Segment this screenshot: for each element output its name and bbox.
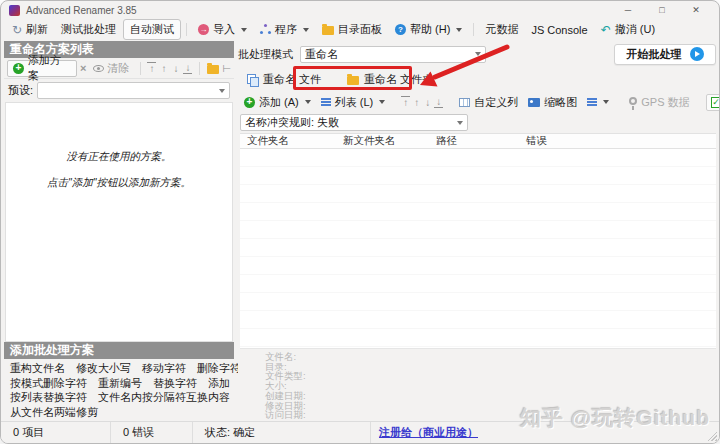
auto-test-toggle[interactable]: 自动测试 <box>123 19 181 40</box>
move-up-icon[interactable]: ↑ <box>412 97 421 108</box>
batch-mode-label: 批处理模式 <box>238 47 300 62</box>
method-link[interactable]: 重新编号 <box>98 377 142 389</box>
minimize-button[interactable]: ─ <box>611 1 645 19</box>
eye-icon <box>93 65 104 72</box>
separator <box>140 62 141 75</box>
import-button[interactable]: → 导入 <box>192 20 253 39</box>
checkbox-checked-icon: ✓ <box>711 97 720 108</box>
statusbar: 0 项目 0 错误 状态: 确定 注册给（商业用途） <box>1 421 719 443</box>
move-top-icon[interactable]: ↑ <box>401 96 410 108</box>
info-label: 修改日期: <box>265 401 716 411</box>
name-conflict-combobox[interactable]: 名称冲突规则: 失败 <box>240 114 468 131</box>
pair-renaming-toggle[interactable]: ✓ Pair renaming <box>706 94 720 111</box>
window-controls: ─ □ ✕ <box>611 1 713 19</box>
metadata-button[interactable]: 元数据 <box>479 20 524 39</box>
thumbnails-button[interactable]: 缩略图 <box>524 94 581 111</box>
chevron-down-icon <box>305 100 311 104</box>
files-icon <box>247 74 257 85</box>
info-label: 创建日期: <box>265 391 716 401</box>
undo-button[interactable]: ↶ 撤消 (U) <box>595 20 661 39</box>
move-down-icon[interactable]: ↓ <box>171 63 180 74</box>
program-button[interactable]: 程序 <box>254 20 315 39</box>
move-up-icon[interactable]: ↑ <box>159 63 168 74</box>
resize-grip[interactable] <box>706 430 717 441</box>
move-bottom-icon[interactable]: ↓ <box>183 62 192 74</box>
method-link[interactable]: 添加 <box>208 377 230 389</box>
tab-rename-folders[interactable]: 重命名 文件夹 <box>341 69 439 90</box>
columns-icon <box>459 98 470 107</box>
test-batch-button[interactable]: 测试批处理 <box>55 20 122 39</box>
chevron-down-icon <box>457 121 463 125</box>
method-link[interactable]: 删除字符 <box>197 362 241 374</box>
info-label: 文件名: <box>265 352 716 362</box>
add-batch-header: 添加批处理方案 <box>4 342 234 359</box>
column-folder-name[interactable]: 文件夹名 <box>240 134 336 148</box>
separator <box>186 23 187 36</box>
rename-scheme-panel: 重命名方案列表 + 添加方案 × 清除 ↑ ↑ ↓ ↓ ⊢ 预设: <box>4 41 234 420</box>
empty-state-text: 没有正在使用的方案。 点击"添加"按钮以添加新方案。 <box>6 143 232 195</box>
chevron-down-icon <box>603 100 609 104</box>
method-link[interactable]: 移动字符 <box>142 362 186 374</box>
gps-pin-icon <box>629 97 637 105</box>
info-label: 目录: <box>265 362 716 372</box>
batch-mode-combobox[interactable]: 重命名 <box>300 46 486 63</box>
status-items-count: 0 项目 <box>1 422 111 443</box>
undo-icon: ↶ <box>601 25 611 35</box>
window-title: Advanced Renamer 3.85 <box>26 5 137 16</box>
thumbnail-icon <box>528 98 540 107</box>
status-errors-count: 0 错误 <box>111 422 193 443</box>
add-items-button[interactable]: + 添加 (A) <box>240 94 315 111</box>
register-link[interactable]: 注册给（商业用途） <box>379 425 478 440</box>
open-scheme-folder-icon[interactable] <box>207 65 219 74</box>
status-state: 状态: 确定 <box>193 422 371 443</box>
move-top-icon[interactable]: ↑ <box>147 62 156 74</box>
app-window: Advanced Renamer 3.85 ─ □ ✕ ↻ 刷新 测试批处理 自… <box>0 0 720 444</box>
column-new-folder-name[interactable]: 新文件夹名 <box>336 134 429 148</box>
folder-icon <box>347 76 359 85</box>
method-link[interactable]: 重构文件名 <box>10 362 65 374</box>
column-path[interactable]: 路径 <box>429 134 519 148</box>
method-link[interactable]: 按模式删除字符 <box>10 377 87 389</box>
gps-data-button[interactable]: GPS 数据 <box>625 94 693 111</box>
import-icon: → <box>198 24 209 35</box>
preset-row: 预设: <box>4 79 234 102</box>
custom-columns-button[interactable]: 自定义列 <box>455 94 522 111</box>
method-link[interactable]: 从文件名两端修剪 <box>10 406 98 418</box>
column-error[interactable]: 错误 <box>519 134 716 148</box>
clear-schemes-button[interactable]: 清除 <box>90 60 133 77</box>
maximize-button[interactable]: □ <box>645 1 679 19</box>
folder-icon <box>322 26 334 35</box>
remove-scheme-icon[interactable]: × <box>80 62 86 74</box>
status-register-cell: 注册给（商业用途） <box>371 422 719 443</box>
start-batch-button[interactable]: 开始批处理 <box>614 44 716 65</box>
move-down-icon[interactable]: ↓ <box>423 97 432 108</box>
method-link[interactable]: 文件名内按分隔符互换内容 <box>98 391 230 403</box>
separator <box>199 62 200 75</box>
list-button[interactable]: 列表 (L) <box>317 94 390 111</box>
chevron-down-icon <box>219 89 225 93</box>
program-icon <box>260 24 271 35</box>
conflict-rule-row: 名称冲突规则: 失败 <box>238 112 716 133</box>
panel-toggle-icon[interactable]: ⊢ <box>222 63 231 74</box>
chevron-down-icon <box>241 28 247 32</box>
help-button[interactable]: ? 帮助 (H) <box>389 20 468 39</box>
refresh-button[interactable]: ↻ 刷新 <box>6 20 54 39</box>
js-console-button[interactable]: JS Console <box>525 22 593 38</box>
close-button[interactable]: ✕ <box>679 1 713 19</box>
refresh-icon: ↻ <box>12 25 22 35</box>
move-bottom-icon[interactable]: ↓ <box>434 96 443 108</box>
help-icon: ? <box>395 24 406 35</box>
preset-combobox[interactable] <box>37 82 230 99</box>
list-icon <box>321 98 331 100</box>
plus-icon: + <box>244 97 255 108</box>
tab-rename-files[interactable]: 重命名 文件 <box>241 69 327 90</box>
directory-panel-button[interactable]: 目录面板 <box>316 20 388 39</box>
info-label: 文件类型: <box>265 371 716 381</box>
view-options-button[interactable] <box>583 99 613 105</box>
file-list-toolbar: + 添加 (A) 列表 (L) ↑ ↑ ↓ ↓ 自定义列 缩略图 <box>238 92 716 112</box>
method-link[interactable]: 修改大小写 <box>76 362 131 374</box>
method-link[interactable]: 替换字符 <box>153 377 197 389</box>
method-link[interactable]: 按列表替换字符 <box>10 391 87 403</box>
chevron-down-icon <box>475 52 481 56</box>
add-scheme-button[interactable]: + 添加方案 <box>7 60 77 77</box>
